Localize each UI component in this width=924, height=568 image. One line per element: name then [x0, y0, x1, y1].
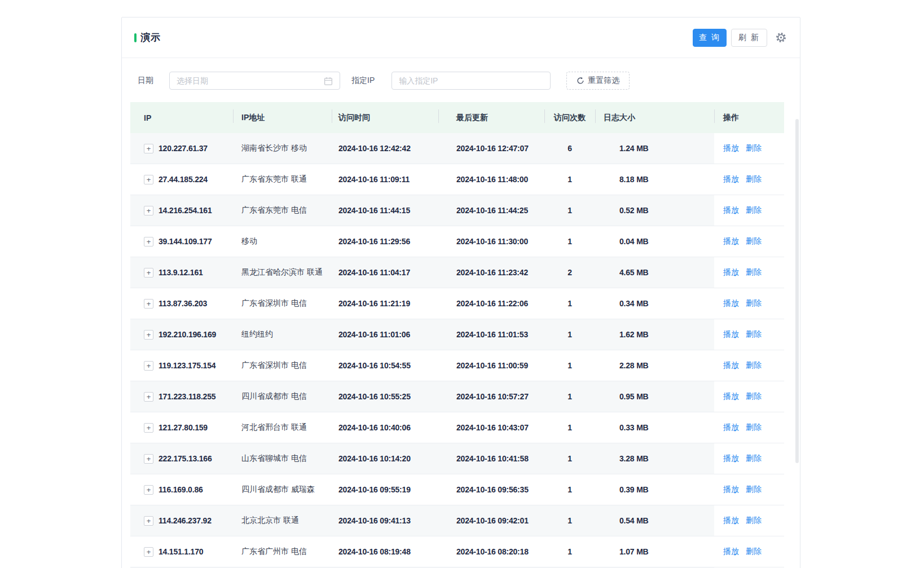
ip-value: 116.169.0.86 — [159, 485, 203, 494]
filter-bar: 日期 指定IP — [138, 72, 800, 90]
play-link[interactable]: 播放 — [723, 267, 739, 276]
delete-link[interactable]: 删除 — [746, 174, 762, 183]
delete-link[interactable]: 删除 — [746, 453, 762, 463]
visit-count-cell: 1 — [544, 485, 595, 494]
ip-value: 119.123.175.154 — [159, 361, 215, 370]
delete-link[interactable]: 删除 — [746, 391, 762, 400]
expand-row-button[interactable]: + — [144, 485, 153, 495]
delete-link[interactable]: 删除 — [746, 329, 762, 338]
delete-link[interactable]: 删除 — [746, 205, 762, 214]
location-cell: 湖南省长沙市 移动 — [233, 143, 332, 153]
play-link[interactable]: 播放 — [723, 174, 739, 183]
actions-cell: 播放 删除 — [714, 516, 784, 526]
delete-link[interactable]: 删除 — [746, 422, 762, 431]
location-cell: 广东省东莞市 电信 — [233, 205, 332, 215]
location-cell: 四川省成都市 威瑞森 — [233, 485, 332, 495]
expand-row-button[interactable]: + — [144, 454, 153, 464]
date-picker[interactable] — [169, 72, 340, 90]
expand-row-button[interactable]: + — [144, 547, 153, 557]
expand-row-button[interactable]: + — [144, 206, 153, 215]
delete-link[interactable]: 删除 — [746, 516, 762, 525]
ip-value: 14.151.1.170 — [159, 547, 203, 556]
reset-filter-button[interactable]: 重置筛选 — [566, 72, 630, 90]
table-row: + 39.144.109.177 移动 2024-10-16 11:29:56 … — [130, 226, 784, 257]
expand-row-button[interactable]: + — [144, 268, 153, 278]
visit-count-cell: 2 — [544, 268, 595, 277]
date-input[interactable] — [170, 72, 340, 89]
last-update-cell: 2024-10-16 11:00:59 — [438, 361, 544, 370]
visit-time-cell: 2024-10-16 11:09:11 — [332, 175, 438, 184]
play-link[interactable]: 播放 — [723, 453, 739, 463]
visit-time-cell: 2024-10-16 11:01:06 — [332, 330, 438, 339]
ip-value: 27.44.185.224 — [159, 175, 208, 184]
delete-link[interactable]: 删除 — [746, 143, 762, 152]
column-header-actions: 操作 — [714, 113, 784, 123]
visit-time-cell: 2024-10-16 08:19:48 — [332, 547, 438, 556]
column-header-visit-count: 访问次数 — [544, 113, 595, 123]
delete-link[interactable]: 删除 — [746, 298, 762, 307]
last-update-cell: 2024-10-16 10:43:07 — [438, 423, 544, 432]
play-link[interactable]: 播放 — [723, 547, 739, 556]
actions-cell: 播放 删除 — [714, 422, 784, 433]
play-link[interactable]: 播放 — [723, 516, 739, 525]
ip-cell: + 222.175.13.166 — [130, 454, 233, 464]
play-link[interactable]: 播放 — [723, 236, 739, 245]
actions-cell: 播放 删除 — [714, 236, 784, 246]
play-link[interactable]: 播放 — [723, 391, 739, 400]
play-link[interactable]: 播放 — [723, 329, 739, 338]
ip-filter[interactable] — [391, 72, 551, 90]
table-row: + 119.123.175.154 广东省深圳市 电信 2024-10-16 1… — [130, 350, 784, 381]
gear-icon[interactable] — [775, 32, 786, 43]
play-link[interactable]: 播放 — [723, 485, 739, 494]
header-actions: 查 询 刷 新 — [693, 29, 786, 47]
play-link[interactable]: 播放 — [723, 360, 739, 369]
expand-row-button[interactable]: + — [144, 361, 153, 371]
delete-link[interactable]: 删除 — [746, 267, 762, 276]
log-size-cell: 0.34 MB — [595, 299, 714, 308]
expand-row-button[interactable]: + — [144, 299, 153, 309]
location-cell: 北京北京市 联通 — [233, 516, 332, 526]
play-link[interactable]: 播放 — [723, 298, 739, 307]
expand-row-button[interactable]: + — [144, 237, 153, 246]
delete-link[interactable]: 删除 — [746, 485, 762, 494]
actions-cell: 播放 删除 — [714, 329, 784, 340]
log-size-cell: 0.39 MB — [595, 485, 714, 494]
scrollbar[interactable] — [795, 80, 799, 568]
table-row: + 171.223.118.255 四川省成都市 电信 2024-10-16 1… — [130, 381, 784, 412]
delete-link[interactable]: 删除 — [746, 547, 762, 556]
expand-row-button[interactable]: + — [144, 423, 153, 433]
ip-value: 113.9.12.161 — [159, 268, 203, 277]
table-row: + 14.216.254.161 广东省东莞市 电信 2024-10-16 11… — [130, 195, 784, 226]
expand-row-button[interactable]: + — [144, 516, 153, 526]
delete-link[interactable]: 删除 — [746, 360, 762, 369]
column-header-location: IP地址 — [233, 113, 332, 123]
ip-input[interactable] — [392, 72, 550, 89]
log-size-cell: 1.62 MB — [595, 330, 714, 339]
expand-row-button[interactable]: + — [144, 175, 153, 184]
table-row: + 113.9.12.161 黑龙江省哈尔滨市 联通 2024-10-16 11… — [130, 257, 784, 288]
location-cell: 广东省深圳市 电信 — [233, 360, 332, 371]
visit-time-cell: 2024-10-16 11:21:19 — [332, 299, 438, 308]
expand-row-button[interactable]: + — [144, 392, 153, 402]
query-button[interactable]: 查 询 — [693, 29, 727, 47]
visit-count-cell: 1 — [544, 423, 595, 432]
table-row: + 116.169.0.86 四川省成都市 威瑞森 2024-10-16 09:… — [130, 474, 784, 505]
date-label: 日期 — [138, 76, 153, 86]
log-size-cell: 0.54 MB — [595, 516, 714, 525]
page-title: 演示 — [140, 31, 161, 44]
location-cell: 广东省深圳市 电信 — [233, 298, 332, 309]
log-size-cell: 1.07 MB — [595, 547, 714, 556]
delete-link[interactable]: 删除 — [746, 236, 762, 245]
play-link[interactable]: 播放 — [723, 143, 739, 152]
log-size-cell: 4.65 MB — [595, 268, 714, 277]
expand-row-button[interactable]: + — [144, 144, 153, 153]
refresh-button[interactable]: 刷 新 — [731, 29, 767, 47]
last-update-cell: 2024-10-16 09:56:35 — [438, 485, 544, 494]
visit-count-cell: 1 — [544, 237, 595, 246]
scrollbar-thumb[interactable] — [795, 119, 799, 463]
visit-time-cell: 2024-10-16 11:29:56 — [332, 237, 438, 246]
expand-row-button[interactable]: + — [144, 330, 153, 340]
play-link[interactable]: 播放 — [723, 205, 739, 214]
table-row: + 121.27.80.159 河北省邢台市 联通 2024-10-16 10:… — [130, 412, 784, 443]
play-link[interactable]: 播放 — [723, 422, 739, 431]
